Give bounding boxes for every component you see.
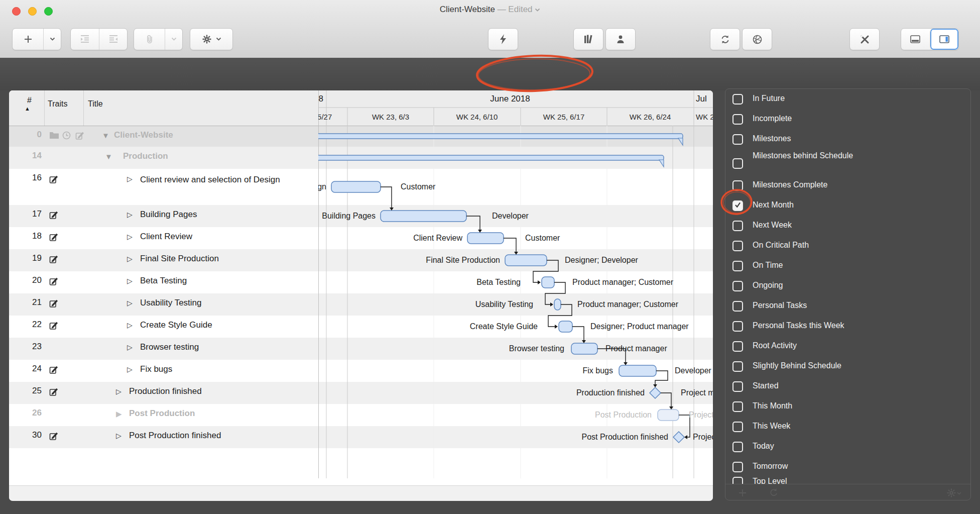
task-title[interactable]: Post Production: [129, 408, 195, 419]
disclosure-closed-icon[interactable]: ▶: [116, 409, 122, 419]
summary-bar[interactable]: [318, 155, 664, 160]
filter-item[interactable]: Milestones Complete: [725, 180, 970, 200]
checkbox-unchecked[interactable]: [732, 221, 743, 231]
sync-button[interactable]: [710, 28, 740, 50]
disclosure-leaf-icon[interactable]: ▷: [116, 387, 121, 395]
disclosure-leaf-icon[interactable]: ▷: [127, 343, 133, 351]
milestone-diamond[interactable]: [650, 387, 661, 398]
disclosure-open-icon[interactable]: ▼: [102, 131, 109, 140]
checkbox-unchecked[interactable]: [732, 477, 743, 484]
week-label[interactable]: WK 27, 7/1: [696, 113, 713, 121]
filter-item[interactable]: Milestones behind Schedule: [725, 151, 970, 178]
assignments-button[interactable]: [605, 28, 636, 50]
task-bar[interactable]: [505, 255, 547, 266]
filter-item[interactable]: Personal Tasks: [725, 301, 970, 321]
outdent-button[interactable]: [99, 29, 127, 50]
disclosure-leaf-icon[interactable]: ▷: [127, 321, 133, 329]
attachment-button[interactable]: [134, 29, 165, 50]
task-title[interactable]: Create Style Guide: [140, 320, 212, 330]
filter-item[interactable]: On Time: [725, 261, 970, 281]
refresh-filter-button[interactable]: [769, 488, 779, 498]
task-bar[interactable]: [467, 233, 504, 244]
actions-button[interactable]: [190, 28, 233, 50]
task-title[interactable]: Production finished: [129, 386, 202, 396]
task-title[interactable]: Beta Testing: [140, 276, 187, 286]
filter-item[interactable]: Personal Tasks this Week: [725, 321, 970, 341]
checkbox-unchecked[interactable]: [732, 361, 743, 372]
filter-item[interactable]: Slightly Behind Schedule: [725, 361, 970, 381]
task-title[interactable]: Fix bugs: [140, 364, 172, 374]
filter-item[interactable]: Today: [725, 442, 970, 462]
filter-item[interactable]: On Critical Path: [725, 241, 970, 261]
table-footer-bar[interactable]: [9, 485, 713, 501]
checkbox-unchecked[interactable]: [732, 134, 743, 145]
disclosure-leaf-icon[interactable]: ▷: [127, 277, 133, 285]
checkbox-unchecked[interactable]: [732, 462, 743, 472]
checkbox-unchecked[interactable]: [732, 422, 743, 432]
toggle-right-panel-button[interactable]: [930, 29, 959, 50]
catch-up-button[interactable]: [488, 28, 518, 50]
checkbox-unchecked[interactable]: [732, 301, 743, 312]
column-header-num[interactable]: #: [27, 96, 32, 105]
task-bar[interactable]: [571, 343, 597, 354]
task-title[interactable]: Client review and selection of Design: [140, 174, 295, 186]
filter-item[interactable]: Root Activity: [725, 341, 970, 361]
week-label[interactable]: WK 23, 6/3: [348, 113, 433, 121]
checkbox-unchecked[interactable]: [732, 401, 743, 412]
checkbox-unchecked[interactable]: [732, 114, 743, 125]
week-label[interactable]: WK 26, 6/24: [607, 113, 693, 121]
task-title[interactable]: Post Production finished: [129, 431, 221, 441]
add-task-menu-button[interactable]: [43, 29, 61, 50]
filter-item[interactable]: Next Week: [725, 221, 970, 241]
task-bar[interactable]: [619, 365, 656, 376]
attachment-menu-button[interactable]: [165, 29, 182, 50]
task-title[interactable]: Client Review: [140, 232, 192, 242]
filter-item[interactable]: Started: [725, 381, 970, 401]
task-title[interactable]: Building Pages: [140, 210, 197, 220]
task-title[interactable]: Browser testing: [140, 342, 199, 352]
task-title[interactable]: Final Site Production: [140, 254, 219, 264]
filter-item[interactable]: This Week: [725, 422, 970, 442]
filter-item[interactable]: Ongoing: [725, 281, 970, 301]
checkbox-unchecked[interactable]: [732, 281, 743, 291]
summary-bar[interactable]: [318, 134, 683, 139]
disclosure-open-icon[interactable]: ▼: [105, 152, 112, 161]
task-bar[interactable]: [331, 181, 381, 192]
milestone-diamond[interactable]: [673, 432, 684, 443]
column-header-traits[interactable]: Traits: [48, 99, 67, 109]
disclosure-leaf-icon[interactable]: ▷: [127, 299, 133, 307]
filter-actions-button[interactable]: [946, 488, 961, 498]
checkbox-unchecked[interactable]: [732, 158, 743, 169]
disclosure-leaf-icon[interactable]: ▷: [127, 211, 133, 219]
disclosure-leaf-icon[interactable]: ▷: [127, 175, 133, 183]
inspectors-button[interactable]: [849, 28, 880, 50]
resources-button[interactable]: [573, 28, 603, 50]
task-bar[interactable]: [658, 409, 679, 421]
checkbox-checked[interactable]: [732, 200, 743, 211]
filter-item[interactable]: Top Level: [725, 477, 970, 484]
checkbox-unchecked[interactable]: [732, 261, 743, 271]
indent-button[interactable]: [71, 29, 99, 50]
disclosure-leaf-icon[interactable]: ▷: [116, 432, 121, 440]
column-header-title[interactable]: Title: [88, 99, 103, 109]
task-title[interactable]: Production: [123, 151, 168, 161]
column-divider[interactable]: [44, 90, 45, 126]
disclosure-leaf-icon[interactable]: ▷: [127, 255, 133, 263]
filter-item[interactable]: This Month: [725, 401, 970, 422]
title-chevron-down-icon[interactable]: [535, 8, 540, 12]
disclosure-leaf-icon[interactable]: ▷: [127, 365, 133, 373]
week-label[interactable]: WK 25, 6/17: [521, 113, 606, 121]
filter-item[interactable]: Next Month: [725, 200, 970, 221]
task-bar[interactable]: [542, 277, 554, 288]
add-filter-button[interactable]: [738, 488, 748, 498]
publish-button[interactable]: [742, 28, 772, 50]
week-label[interactable]: WK 24, 6/10: [434, 113, 520, 121]
checkbox-unchecked[interactable]: [732, 341, 743, 352]
checkbox-unchecked[interactable]: [732, 241, 743, 251]
task-title[interactable]: Client-Website: [114, 130, 173, 140]
checkbox-unchecked[interactable]: [732, 442, 743, 452]
sort-ascending-icon[interactable]: ▲: [25, 106, 30, 112]
disclosure-leaf-icon[interactable]: ▷: [127, 233, 133, 241]
task-title[interactable]: Usability Testing: [140, 298, 202, 308]
checkbox-unchecked[interactable]: [732, 381, 743, 392]
